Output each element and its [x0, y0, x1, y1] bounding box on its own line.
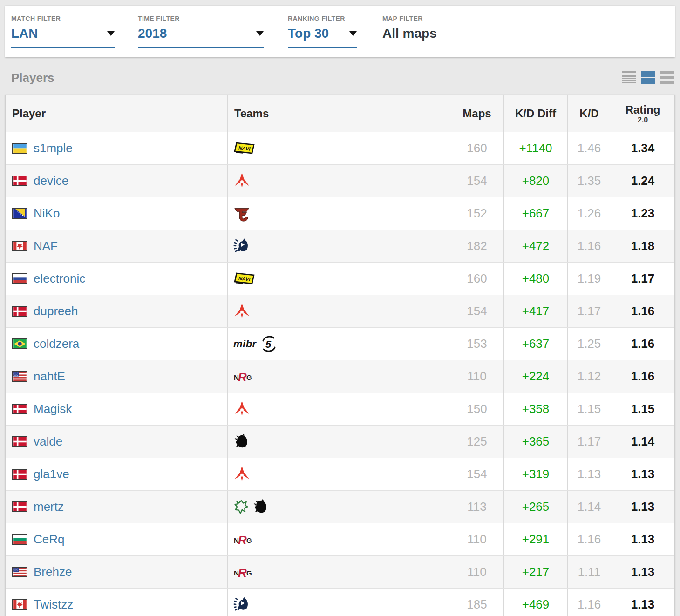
table-row: Magisk 150 +358 1.15 1.15: [6, 393, 674, 426]
faze-logo-icon[interactable]: [233, 205, 250, 222]
astralis-logo-icon[interactable]: [233, 466, 251, 483]
player-name-link[interactable]: gla1ve: [34, 467, 69, 481]
match-filter-dropdown[interactable]: MATCH FILTER LAN: [11, 15, 115, 48]
north-logo-icon[interactable]: [233, 433, 251, 450]
svg-text:G: G: [246, 373, 252, 381]
rating-cell: 1.16: [631, 337, 655, 351]
filter-bar: MATCH FILTER LAN TIME FILTER 2018 RANKIN…: [5, 6, 675, 57]
maps-cell: 150: [467, 402, 487, 416]
maps-cell: 110: [467, 369, 486, 384]
navi-logo-icon[interactable]: NAVI: [233, 140, 255, 157]
rating-cell: 1.13: [631, 565, 655, 579]
team-logos: RNG: [228, 556, 450, 588]
rating-cell: 1.16: [631, 369, 655, 384]
liquid-logo-icon[interactable]: [233, 596, 252, 614]
time-filter-value[interactable]: 2018: [138, 26, 167, 41]
bulgaria-flag-icon: [12, 534, 27, 545]
ranking-filter-value[interactable]: Top 30: [288, 26, 329, 41]
mibr-logo-icon[interactable]: mibr: [233, 335, 257, 353]
chevron-down-icon[interactable]: [256, 31, 264, 36]
navi-logo-icon[interactable]: NAVI: [233, 270, 255, 288]
player-name-link[interactable]: Twistzz: [34, 597, 73, 612]
compact-rows-icon[interactable]: [660, 71, 674, 84]
player-name-link[interactable]: mertz: [34, 500, 64, 514]
player-cell: nahtE: [6, 360, 228, 393]
kd-cell: 1.13: [578, 467, 601, 481]
table-row: valde 125 +365 1.17 1.14: [6, 426, 674, 458]
table-row: Brehze RNG 110 +217 1.11 1.13: [6, 556, 674, 589]
normal-rows-icon[interactable]: [641, 71, 655, 84]
usa-flag-icon: [12, 371, 27, 382]
column-header-rating[interactable]: Rating 2.0: [611, 95, 674, 132]
match-filter-label: MATCH FILTER: [11, 15, 115, 22]
north-logo-icon[interactable]: [252, 498, 270, 515]
kd-diff-cell: +365: [522, 434, 550, 449]
denmark-flag-icon: [12, 436, 27, 447]
column-header-kd[interactable]: K/D: [568, 95, 611, 132]
astralis-logo-icon[interactable]: [233, 400, 251, 418]
kd-cell: 1.16: [578, 532, 601, 547]
player-name-link[interactable]: CeRq: [34, 532, 64, 547]
player-name-link[interactable]: electronic: [34, 271, 85, 286]
player-name-link[interactable]: Brehze: [34, 565, 72, 579]
denmark-flag-icon: [12, 404, 27, 414]
rating-cell: 1.13: [631, 467, 655, 481]
map-filter-value[interactable]: All maps: [382, 26, 437, 41]
nrg-logo-icon[interactable]: RNG: [233, 564, 253, 580]
astralis-logo-icon[interactable]: [233, 172, 251, 190]
player-cell: coldzera: [6, 328, 228, 360]
bosnia-flag-icon: [12, 208, 27, 219]
filter-underline: [138, 47, 264, 48]
table-row: coldzera mibr5 153 +637 1.25 1.16: [6, 328, 674, 360]
player-name-link[interactable]: NiKo: [34, 206, 60, 221]
player-name-link[interactable]: valde: [34, 434, 62, 449]
team-logos: RNG: [228, 523, 450, 555]
svg-text:5: 5: [265, 338, 272, 350]
player-name-link[interactable]: s1mple: [34, 141, 73, 156]
nrg-logo-icon[interactable]: RNG: [233, 369, 253, 385]
player-name-link[interactable]: nahtE: [34, 369, 65, 384]
column-header-player[interactable]: Player: [6, 95, 228, 132]
nrg-logo-icon[interactable]: RNG: [233, 532, 253, 548]
time-filter-dropdown[interactable]: TIME FILTER 2018: [138, 15, 264, 48]
svg-text:R: R: [238, 566, 247, 580]
table-row: Twistzz 185 +469 1.16 1.13: [6, 589, 674, 616]
table-row: nahtE RNG 110 +224 1.12 1.16: [6, 360, 674, 393]
liquid-logo-icon[interactable]: [233, 237, 252, 256]
denmark-flag-icon: [12, 501, 27, 512]
table-header-row: Player Teams Maps K/D Diff K/D Rating 2.…: [6, 95, 674, 132]
svg-text:N: N: [234, 536, 239, 544]
kd-cell: 1.25: [578, 337, 601, 351]
player-cell: device: [6, 165, 228, 197]
rating-cell: 1.13: [631, 597, 655, 612]
tricked-logo-icon[interactable]: [233, 498, 249, 515]
player-name-link[interactable]: device: [34, 174, 68, 188]
rating-cell: 1.15: [631, 402, 655, 416]
kd-diff-cell: +820: [522, 174, 550, 188]
column-header-teams[interactable]: Teams: [228, 95, 450, 132]
page-title: Players: [11, 71, 54, 85]
denmark-flag-icon: [12, 469, 27, 480]
player-name-link[interactable]: Magisk: [34, 402, 72, 416]
map-filter-dropdown[interactable]: MAP FILTER All maps: [382, 15, 437, 41]
chevron-down-icon[interactable]: [107, 31, 115, 36]
table-row: CeRq RNG 110 +291 1.16 1.13: [6, 523, 674, 556]
maps-cell: 110: [467, 532, 486, 547]
rating-cell: 1.13: [631, 532, 655, 547]
match-filter-value[interactable]: LAN: [11, 26, 38, 41]
player-cell: Twistzz: [6, 589, 228, 616]
sk-logo-icon[interactable]: 5: [260, 335, 278, 353]
chevron-down-icon[interactable]: [349, 31, 357, 36]
astralis-logo-icon[interactable]: [233, 303, 251, 320]
canada-flag-icon: [12, 241, 27, 251]
detailed-rows-icon[interactable]: [622, 71, 636, 84]
column-header-kd-diff[interactable]: K/D Diff: [504, 95, 568, 132]
filter-underline: [288, 47, 357, 48]
time-filter-label: TIME FILTER: [138, 15, 264, 22]
player-name-link[interactable]: NAF: [34, 239, 58, 253]
player-name-link[interactable]: coldzera: [34, 337, 79, 351]
column-header-maps[interactable]: Maps: [450, 95, 504, 132]
player-name-link[interactable]: dupreeh: [34, 304, 78, 318]
ranking-filter-dropdown[interactable]: RANKING FILTER Top 30: [288, 15, 357, 48]
kd-cell: 1.35: [578, 174, 601, 188]
